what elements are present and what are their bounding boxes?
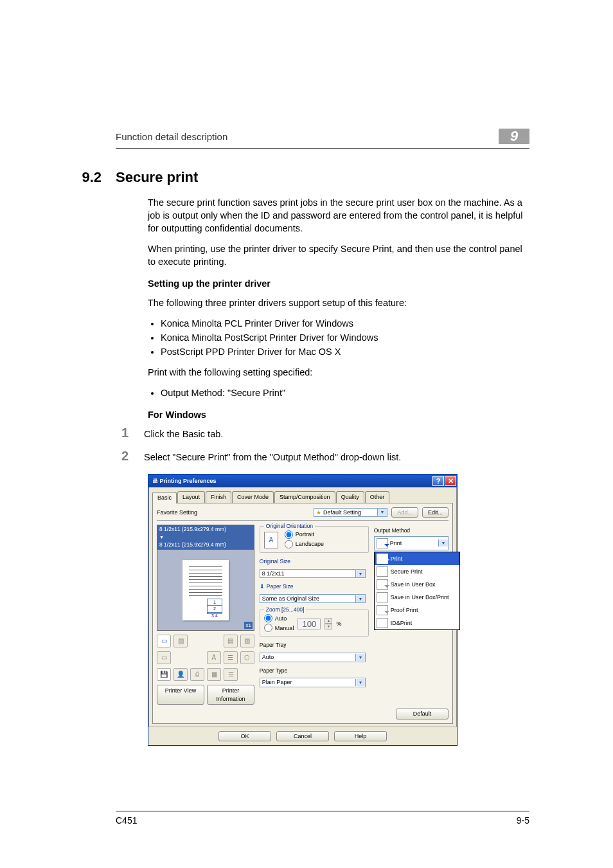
zoom-legend: Zoom [25...400] xyxy=(264,606,306,614)
running-head: Function detail description xyxy=(116,131,499,142)
tab-stamp-composition[interactable]: Stamp/Composition xyxy=(274,491,335,502)
favorite-add-button[interactable]: Add... xyxy=(391,507,418,518)
preview-option-icon[interactable]: ☰ xyxy=(224,651,238,664)
output-option-id-print[interactable]: ID&Print xyxy=(375,617,459,629)
cancel-button[interactable]: Cancel xyxy=(276,731,329,741)
preview-mode-icon[interactable]: ▭ xyxy=(157,635,171,647)
help-button[interactable]: Help xyxy=(334,731,387,741)
star-icon: ★ xyxy=(316,509,321,516)
tab-quality[interactable]: Quality xyxy=(336,491,364,502)
help-button[interactable]: ? xyxy=(432,476,444,486)
printer-information-button[interactable]: Printer Information xyxy=(207,685,254,705)
tab-other[interactable]: Other xyxy=(365,491,390,502)
zoom-auto-radio[interactable] xyxy=(264,614,272,622)
driver-item: PostScript PPD Printer Driver for Mac OS… xyxy=(161,345,529,358)
favorite-setting-select[interactable]: ★ Default Setting ▾ xyxy=(314,508,387,517)
preview-option-icon[interactable]: ☰ xyxy=(224,668,238,681)
paper-tray-select[interactable]: Auto ▾ xyxy=(260,653,366,662)
landscape-label: Landscape xyxy=(296,540,324,548)
section-paragraph: When printing, use the printer driver to… xyxy=(148,242,529,268)
default-button[interactable]: Default xyxy=(396,709,449,719)
driver-item: Konica Minolta PCL Printer Driver for Wi… xyxy=(161,317,529,330)
original-size-label: Original Size xyxy=(260,558,369,566)
paper-size-select[interactable]: Same as Original Size ▾ xyxy=(260,594,366,603)
chevron-down-icon: ▾ xyxy=(355,654,365,661)
favorite-setting-label: Favorite Setting xyxy=(157,509,310,516)
subsection-heading: For Windows xyxy=(148,408,529,421)
step-number: 2 xyxy=(116,449,129,464)
preview-option-icon[interactable]: 👤 xyxy=(173,668,188,681)
preview-option-icon[interactable]: ▦ xyxy=(207,668,221,681)
printer-view-button[interactable]: Printer View xyxy=(157,685,204,705)
print-icon xyxy=(377,554,388,564)
tab-layout[interactable]: Layout xyxy=(177,491,205,502)
output-option-save-user-box-print[interactable]: Save in User Box/Print xyxy=(375,591,459,604)
preview-option-icon[interactable]: ⎙ xyxy=(190,668,204,681)
zoom-auto-label: Auto xyxy=(275,615,287,622)
printer-icon xyxy=(377,538,388,548)
preview-option-icon[interactable]: 💾 xyxy=(157,668,171,681)
favorite-edit-button[interactable]: Edit... xyxy=(422,507,449,518)
id-print-icon xyxy=(377,618,388,628)
chapter-number-box: 9 xyxy=(499,129,529,144)
zoom-percent-label: % xyxy=(336,620,341,628)
output-option-proof-print[interactable]: Proof Print xyxy=(375,604,459,617)
preview-mode-icon[interactable]: ▤ xyxy=(224,635,238,647)
arrow-down-icon: ⬇ xyxy=(260,583,265,591)
zoom-manual-radio[interactable] xyxy=(264,624,272,632)
preview-option-icon[interactable]: A xyxy=(207,651,221,664)
preview-option-icon[interactable]: ⬡ xyxy=(240,651,254,664)
portrait-label: Portrait xyxy=(296,530,314,538)
preview-mode-icon[interactable]: ▧ xyxy=(173,635,188,647)
printing-preferences-dialog: 🖶 Printing Preferences ? ✕ Basic Layout … xyxy=(148,474,458,746)
output-method-dropdown: Print Secure Print Save in User Box xyxy=(374,552,460,630)
chevron-down-icon: ▾ xyxy=(438,539,448,547)
preview-mode-icon[interactable]: ▥ xyxy=(240,635,254,647)
paper-tray-label: Paper Tray xyxy=(260,642,369,649)
step-item: 1 Click the Basic tab. xyxy=(116,428,529,440)
close-button[interactable]: ✕ xyxy=(445,476,456,486)
output-option-secure-print[interactable]: Secure Print xyxy=(375,565,459,578)
output-method-label: Output Method xyxy=(374,527,449,535)
tab-basic[interactable]: Basic xyxy=(152,492,177,503)
dialog-title: Printing Preferences xyxy=(160,477,217,485)
output-method-bullet: Output Method: "Secure Print" xyxy=(161,386,529,399)
chevron-down-icon: ▾ xyxy=(355,679,365,686)
subsection-intro: The following three printer drivers supp… xyxy=(148,296,529,309)
triangle-down-icon: ▼ xyxy=(159,535,164,539)
section-heading: 9.2 Secure print xyxy=(116,168,529,187)
proof-icon xyxy=(377,605,388,615)
footer-left: C451 xyxy=(116,815,137,826)
output-option-print[interactable]: Print xyxy=(375,552,459,565)
output-option-save-user-box[interactable]: Save in User Box xyxy=(375,578,459,591)
output-method-select[interactable]: Print ▾ xyxy=(374,536,449,550)
step-text: Select "Secure Print" from the "Output M… xyxy=(144,451,529,464)
ok-button[interactable]: OK xyxy=(218,731,271,741)
paper-type-select[interactable]: Plain Paper ▾ xyxy=(260,678,366,687)
print-with-text: Print with the following setting specifi… xyxy=(148,366,529,379)
section-number: 9.2 xyxy=(71,168,102,187)
paper-size-label: ⬇ Paper Size xyxy=(260,583,369,591)
step-number: 1 xyxy=(116,426,129,440)
box-print-icon xyxy=(377,592,388,602)
paper-type-label: Paper Type xyxy=(260,667,369,675)
chapter-number: 9 xyxy=(510,128,518,145)
subsection-heading: Setting up the printer driver xyxy=(148,277,529,290)
portrait-radio[interactable] xyxy=(285,530,293,539)
favorite-setting-value: Default Setting xyxy=(323,509,377,516)
tab-cover-mode[interactable]: Cover Mode xyxy=(232,491,274,502)
step-item: 2 Select "Secure Print" from the "Output… xyxy=(116,451,529,464)
preview-option-icon[interactable]: ▭ xyxy=(157,651,171,664)
landscape-radio[interactable] xyxy=(285,540,293,548)
zoom-value-input[interactable] xyxy=(298,619,321,629)
zoom-indicator: x1 xyxy=(244,622,252,629)
chevron-down-icon: ▾ xyxy=(355,570,365,577)
zoom-manual-label: Manual xyxy=(275,624,294,632)
original-size-select[interactable]: 8 1/2x11 ▾ xyxy=(260,569,366,578)
driver-item: Konica Minolta PostScript Printer Driver… xyxy=(161,331,529,344)
printer-icon: 🖶 xyxy=(152,477,158,485)
zoom-spinner[interactable]: ▴▾ xyxy=(324,618,332,629)
step-text: Click the Basic tab. xyxy=(144,428,529,440)
box-icon xyxy=(377,579,388,590)
tab-finish[interactable]: Finish xyxy=(206,491,231,502)
